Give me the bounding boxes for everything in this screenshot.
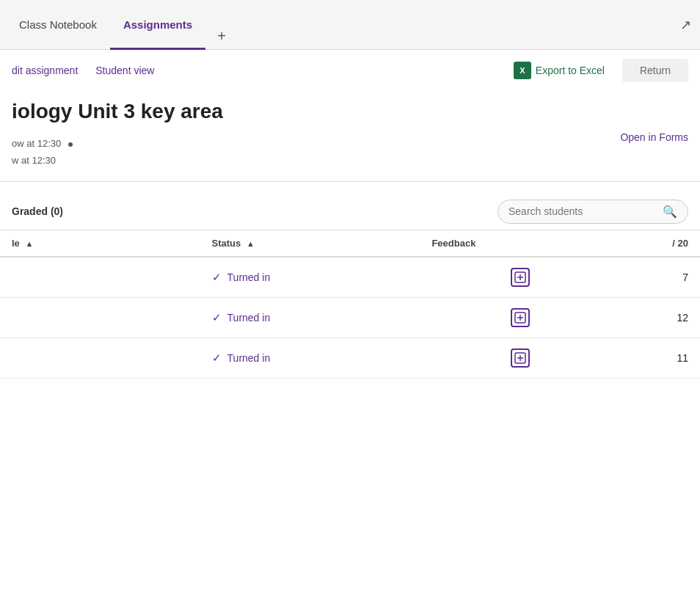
search-box: 🔍 (497, 200, 688, 224)
feedback-add-icon[interactable] (511, 268, 530, 287)
due-line1: ow at 12:30 (12, 138, 61, 149)
toolbar: dit assignment Student view X Export to … (0, 50, 700, 91)
feedback-cell[interactable] (420, 257, 620, 298)
student-name-cell (0, 297, 200, 337)
tab-assignments[interactable]: Assignments (110, 1, 205, 50)
score-cell: 12 (620, 297, 700, 337)
meta-separator (68, 142, 73, 147)
feedback-add-icon[interactable] (511, 348, 530, 368)
tab-class-notebook[interactable]: Class Notebook (6, 1, 110, 50)
feedback-add-icon[interactable] (511, 308, 530, 327)
filter-tab-graded[interactable]: Graded (0) (12, 201, 63, 222)
score-cell: 11 (620, 337, 700, 378)
header-divider (0, 181, 700, 182)
return-button[interactable]: Return (622, 59, 688, 82)
status-cell: ✓ Turned in (200, 257, 420, 298)
excel-icon: X (514, 62, 531, 79)
col-header-name[interactable]: le ▲ (0, 230, 200, 257)
table-row: ✓ Turned in 11 (0, 337, 700, 378)
student-name-cell (0, 257, 200, 298)
open-in-forms-link[interactable]: Open in Forms (620, 128, 688, 147)
student-name-cell (0, 337, 200, 378)
table-row: ✓ Turned in 12 (0, 297, 700, 337)
student-table: le ▲ Status ▲ Feedback / 20 ✓ Turned in (0, 230, 700, 379)
status-label: Turned in (227, 271, 271, 283)
edit-assignment-link[interactable]: dit assignment (12, 65, 78, 76)
table-row: ✓ Turned in 7 (0, 257, 700, 298)
student-view-link[interactable]: Student view (95, 65, 154, 76)
turned-in-check-icon: ✓ (212, 311, 222, 324)
search-input[interactable] (508, 205, 657, 217)
status-label: Turned in (227, 312, 271, 324)
feedback-cell[interactable] (420, 337, 620, 378)
assignment-meta: ow at 12:30 w at 12:30 Open in Forms (12, 135, 688, 169)
search-icon: 🔍 (663, 205, 677, 219)
status-sort-icon: ▲ (247, 239, 255, 248)
score-cell: 7 (620, 257, 700, 298)
status-cell: ✓ Turned in (200, 337, 420, 378)
status-label: Turned in (227, 352, 271, 364)
filter-bar: Graded (0) 🔍 (0, 194, 700, 230)
add-tab-button[interactable]: + (208, 23, 235, 49)
turned-in-check-icon: ✓ (212, 351, 222, 365)
col-header-status[interactable]: Status ▲ (200, 230, 420, 257)
feedback-cell[interactable] (420, 297, 620, 337)
tab-bar: Class Notebook Assignments + ↗ (0, 0, 700, 50)
name-sort-icon: ▲ (25, 239, 33, 248)
col-header-feedback: Feedback (420, 230, 620, 257)
export-excel-button[interactable]: X Export to Excel (514, 62, 605, 79)
col-header-score: / 20 (620, 230, 700, 257)
assignment-title: iology Unit 3 key area (12, 100, 688, 123)
turned-in-check-icon: ✓ (212, 271, 222, 284)
table-header-row: le ▲ Status ▲ Feedback / 20 (0, 230, 700, 257)
status-cell: ✓ Turned in (200, 297, 420, 337)
expand-icon[interactable]: ↗ (680, 17, 691, 33)
assignment-header: iology Unit 3 key area ow at 12:30 w at … (0, 91, 700, 169)
due-line2: w at 12:30 (12, 155, 56, 166)
